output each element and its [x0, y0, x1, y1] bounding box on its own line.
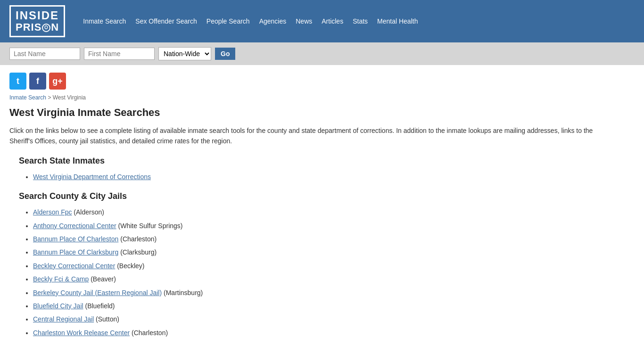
- location-text: (Martinsburg): [162, 289, 203, 296]
- list-item: Alderson Fpc (Alderson): [33, 207, 594, 217]
- go-button[interactable]: Go: [215, 48, 235, 60]
- nav-articles[interactable]: Articles: [318, 16, 347, 27]
- location-text: (Charleston): [118, 235, 157, 243]
- main-content: Inmate Search > West Virginia West Virgi…: [0, 94, 603, 362]
- county-section-title: Search County & City Jails: [19, 191, 594, 201]
- list-item: Charleston Work Release Center (Charlest…: [33, 328, 594, 338]
- logo-o: O: [42, 24, 50, 32]
- breadcrumb-inmate-search-link[interactable]: Inmate Search: [9, 94, 46, 101]
- county-link[interactable]: Bannum Place Of Clarksburg: [33, 248, 118, 256]
- nav-news[interactable]: News: [292, 16, 316, 27]
- location-text: (White Sulfur Springs): [116, 222, 183, 230]
- county-link[interactable]: Bluefield City Jail: [33, 302, 83, 310]
- list-item: Bluefield City Jail (Bluefield): [33, 301, 594, 311]
- list-item: Beckley Correctional Center (Beckley): [33, 261, 594, 271]
- county-link[interactable]: Central Regional Jail: [33, 315, 94, 323]
- list-item: Anthony Correctional Center (White Sulfu…: [33, 221, 594, 231]
- breadcrumb-current: West Virginia: [53, 94, 86, 101]
- logo-inside: INSIDE: [16, 9, 59, 22]
- social-bar: t f g+: [0, 65, 644, 94]
- nav-people-search[interactable]: People Search: [203, 16, 254, 27]
- first-name-input[interactable]: [84, 48, 155, 60]
- county-link[interactable]: Charleston Work Release Center: [33, 329, 130, 337]
- nav-inmate-search[interactable]: Inmate Search: [79, 16, 130, 27]
- county-link[interactable]: Alderson Fpc: [33, 208, 72, 216]
- last-name-input[interactable]: [9, 48, 80, 60]
- googleplus-icon: g+: [52, 76, 63, 86]
- logo-container[interactable]: INSIDE PRISON: [9, 5, 65, 38]
- facebook-icon: f: [36, 76, 39, 86]
- site-logo[interactable]: INSIDE PRISON: [9, 5, 65, 38]
- nav-stats[interactable]: Stats: [349, 16, 372, 27]
- county-link[interactable]: Beckly Fci & Camp: [33, 275, 89, 283]
- breadcrumb-separator: >: [48, 94, 52, 101]
- header: INSIDE PRISON Inmate SearchSex Offender …: [0, 0, 644, 42]
- intro-text: Click on the links below to see a comple…: [9, 125, 594, 147]
- location-text: (Charleston): [130, 329, 168, 337]
- search-bar: Nation-Wide Go: [0, 42, 644, 65]
- location-text: (Beckley): [115, 262, 144, 270]
- location-text: (Sutton): [94, 315, 119, 323]
- breadcrumb: Inmate Search > West Virginia: [9, 94, 594, 101]
- nav-sex-offender[interactable]: Sex Offender Search: [132, 16, 200, 27]
- twitter-icon: t: [17, 76, 19, 86]
- main-nav: Inmate SearchSex Offender SearchPeople S…: [79, 16, 421, 27]
- location-text: (Clarksburg): [118, 248, 157, 256]
- county-link[interactable]: Anthony Correctional Center: [33, 222, 116, 230]
- list-item: West Virginia Department of Corrections: [33, 172, 594, 182]
- state-links-list: West Virginia Department of Corrections: [33, 172, 594, 182]
- county-links-list: Alderson Fpc (Alderson)Anthony Correctio…: [33, 207, 594, 338]
- googleplus-button[interactable]: g+: [49, 73, 66, 90]
- county-link[interactable]: Beckley Correctional Center: [33, 262, 115, 270]
- nav-mental-health[interactable]: Mental Health: [373, 16, 421, 27]
- state-link[interactable]: West Virginia Department of Corrections: [33, 173, 151, 181]
- location-select[interactable]: Nation-Wide: [158, 47, 211, 60]
- county-link[interactable]: Bannum Place Of Charleston: [33, 235, 118, 243]
- location-text: (Beaver): [89, 275, 116, 283]
- twitter-button[interactable]: t: [9, 73, 26, 90]
- page-title: West Virginia Inmate Searches: [9, 107, 594, 119]
- facebook-button[interactable]: f: [29, 73, 46, 90]
- location-text: (Bluefield): [83, 302, 115, 310]
- list-item: Berkeley County Jail (Eastern Regional J…: [33, 288, 594, 298]
- location-text: (Alderson): [72, 208, 104, 216]
- county-link[interactable]: Berkeley County Jail (Eastern Regional J…: [33, 289, 162, 296]
- list-item: Beckly Fci & Camp (Beaver): [33, 274, 594, 284]
- logo-prison: PRISON: [16, 22, 59, 33]
- list-item: Bannum Place Of Charleston (Charleston): [33, 234, 594, 244]
- list-item: Central Regional Jail (Sutton): [33, 314, 594, 324]
- list-item: Bannum Place Of Clarksburg (Clarksburg): [33, 247, 594, 257]
- nav-agencies[interactable]: Agencies: [256, 16, 290, 27]
- state-section-title: Search State Inmates: [19, 156, 594, 166]
